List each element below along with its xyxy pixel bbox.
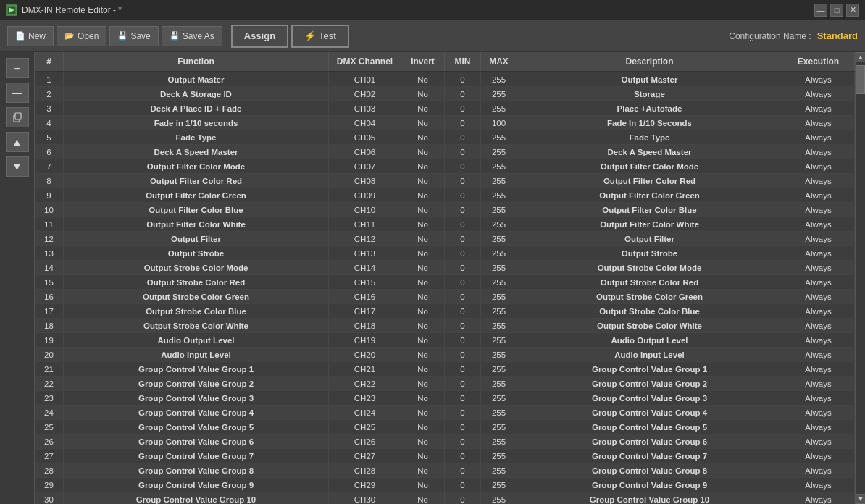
cell-max: 255 (481, 348, 517, 361)
scrollbar[interactable]: ▲ ▼ (855, 52, 865, 504)
cell-min: 0 (445, 87, 481, 101)
table-row[interactable]: 20 Audio Input Level CH20 No 0 255 Audio… (35, 348, 855, 362)
cell-channel: CH04 (329, 116, 401, 130)
cell-description: Group Control Value Group 3 (517, 391, 782, 405)
open-button[interactable]: 📂 Open (57, 26, 106, 46)
test-button[interactable]: ⚡ Test (291, 25, 349, 48)
table-row[interactable]: 3 Deck A Place ID + Fade CH03 No 0 255 P… (35, 101, 855, 116)
table-row[interactable]: 7 Output Filter Color Mode CH07 No 0 255… (35, 159, 855, 174)
table-row[interactable]: 12 Output Filter CH12 No 0 255 Output Fi… (35, 232, 855, 246)
config-name-area: Configuration Name : Standard (729, 30, 858, 41)
table-row[interactable]: 8 Output Filter Color Red CH08 No 0 255 … (35, 174, 855, 188)
cell-min: 0 (445, 188, 481, 202)
scroll-thumb[interactable] (856, 65, 865, 94)
cell-min: 0 (445, 72, 481, 86)
cell-min: 0 (445, 232, 481, 245)
cell-function: Group Control Value Group 6 (64, 434, 329, 448)
table-row[interactable]: 25 Group Control Value Group 5 CH25 No 0… (35, 420, 855, 434)
table-row[interactable]: 14 Output Strobe Color Mode CH14 No 0 25… (35, 261, 855, 275)
table-row[interactable]: 18 Output Strobe Color White CH18 No 0 2… (35, 319, 855, 333)
cell-description: Group Control Value Group 8 (517, 463, 782, 477)
close-button[interactable]: ✕ (846, 4, 859, 17)
table-row[interactable]: 5 Fade Type CH05 No 0 255 Fade Type Alwa… (35, 130, 855, 145)
cell-min: 0 (445, 246, 481, 260)
table-row[interactable]: 11 Output Filter Color White CH11 No 0 2… (35, 217, 855, 232)
cell-execution: Always (782, 87, 855, 101)
table-row[interactable]: 28 Group Control Value Group 8 CH28 No 0… (35, 463, 855, 478)
assign-button[interactable]: Assign (231, 25, 288, 48)
cell-min: 0 (445, 101, 481, 115)
cell-invert: No (401, 406, 445, 419)
table-row[interactable]: 17 Output Strobe Color Blue CH17 No 0 25… (35, 304, 855, 319)
cell-invert: No (401, 420, 445, 434)
cell-max: 255 (481, 130, 517, 144)
cell-max: 255 (481, 174, 517, 188)
scroll-up-arrow[interactable]: ▲ (856, 52, 865, 62)
cell-function: Output Strobe Color Green (64, 290, 329, 303)
cell-channel: CH27 (329, 449, 401, 463)
cell-invert: No (401, 87, 445, 101)
table-row[interactable]: 6 Deck A Speed Master CH06 No 0 255 Deck… (35, 145, 855, 159)
minimize-button[interactable]: — (814, 4, 827, 17)
table-row[interactable]: 15 Output Strobe Color Red CH15 No 0 255… (35, 275, 855, 290)
col-header-min: MIN (445, 52, 481, 71)
save-button[interactable]: 💾 Save (109, 26, 158, 46)
cell-execution: Always (782, 116, 855, 130)
table-row[interactable]: 24 Group Control Value Group 4 CH24 No 0… (35, 406, 855, 420)
table-row[interactable]: 16 Output Strobe Color Green CH16 No 0 2… (35, 290, 855, 304)
cell-function: Fade in 1/10 seconds (64, 116, 329, 130)
cell-description: Group Control Value Group 1 (517, 362, 782, 376)
move-up-button[interactable]: ▲ (6, 132, 29, 152)
cell-min: 0 (445, 406, 481, 419)
cell-max: 255 (481, 87, 517, 101)
cell-channel: CH10 (329, 203, 401, 217)
cell-invert: No (401, 319, 445, 332)
add-row-button[interactable]: + (6, 58, 29, 78)
move-down-button[interactable]: ▼ (6, 156, 29, 177)
cell-function: Group Control Value Group 4 (64, 406, 329, 419)
table-row[interactable]: 27 Group Control Value Group 7 CH27 No 0… (35, 449, 855, 463)
cell-num: 6 (35, 145, 64, 159)
table-row[interactable]: 30 Group Control Value Group 10 CH30 No … (35, 492, 855, 504)
cell-description: Group Control Value Group 6 (517, 434, 782, 448)
table-row[interactable]: 9 Output Filter Color Green CH09 No 0 25… (35, 188, 855, 203)
cell-max: 255 (481, 145, 517, 159)
scroll-down-arrow[interactable]: ▼ (856, 494, 865, 504)
cell-num: 14 (35, 261, 64, 274)
cell-function: Group Control Value Group 2 (64, 377, 329, 390)
table-row[interactable]: 2 Deck A Storage ID CH02 No 0 255 Storag… (35, 87, 855, 101)
new-button[interactable]: 📄 New (7, 26, 54, 46)
cell-min: 0 (445, 130, 481, 144)
cell-invert: No (401, 492, 445, 504)
cell-invert: No (401, 333, 445, 347)
table-row[interactable]: 21 Group Control Value Group 1 CH21 No 0… (35, 362, 855, 377)
table-row[interactable]: 13 Output Strobe CH13 No 0 255 Output St… (35, 246, 855, 261)
cell-max: 255 (481, 420, 517, 434)
cell-channel: CH26 (329, 434, 401, 448)
copy-row-button[interactable] (6, 107, 29, 127)
table-row[interactable]: 26 Group Control Value Group 6 CH26 No 0… (35, 434, 855, 449)
cell-description: Audio Output Level (517, 333, 782, 347)
window-title: DMX-IN Remote Editor - * (22, 5, 122, 15)
cell-function: Output Strobe Color Blue (64, 304, 329, 318)
table-row[interactable]: 4 Fade in 1/10 seconds CH04 No 0 100 Fad… (35, 116, 855, 130)
remove-row-button[interactable]: — (6, 83, 29, 103)
table-row[interactable]: 23 Group Control Value Group 3 CH23 No 0… (35, 391, 855, 406)
table-row[interactable]: 29 Group Control Value Group 9 CH29 No 0… (35, 478, 855, 492)
cell-description: Group Control Value Group 2 (517, 377, 782, 390)
cell-function: Output Strobe Color Mode (64, 261, 329, 274)
save-as-button[interactable]: 💾 Save As (162, 26, 222, 46)
table-row[interactable]: 19 Audio Output Level CH19 No 0 255 Audi… (35, 333, 855, 348)
cell-description: Group Control Value Group 5 (517, 420, 782, 434)
maximize-button[interactable]: □ (830, 4, 843, 17)
cell-channel: CH18 (329, 319, 401, 332)
table-row[interactable]: 22 Group Control Value Group 2 CH22 No 0… (35, 377, 855, 391)
table-body[interactable]: 1 Output Master CH01 No 0 255 Output Mas… (35, 72, 855, 504)
save-as-icon: 💾 (170, 31, 180, 41)
cell-description: Output Strobe Color Green (517, 290, 782, 303)
table-row[interactable]: 1 Output Master CH01 No 0 255 Output Mas… (35, 72, 855, 87)
table-row[interactable]: 10 Output Filter Color Blue CH10 No 0 25… (35, 203, 855, 217)
cell-channel: CH20 (329, 348, 401, 361)
cell-num: 27 (35, 449, 64, 463)
cell-invert: No (401, 434, 445, 448)
